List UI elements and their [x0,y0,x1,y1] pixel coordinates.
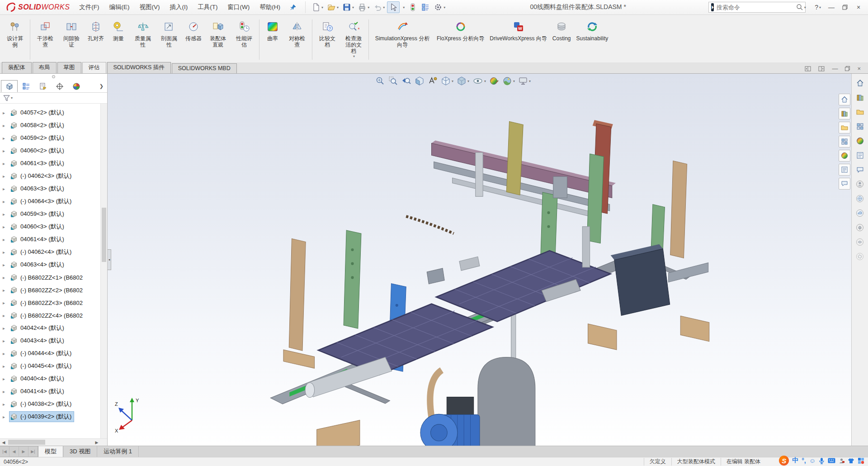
save-button[interactable]: ▾ [341,2,355,13]
tree-item[interactable]: ▸ 04043<4> (默认) [0,334,107,347]
expand-arrow-icon[interactable]: ▸ [3,364,9,369]
expand-arrow-icon[interactable]: ▸ [3,123,9,128]
measure-button[interactable]: 测量 [107,18,130,62]
command-tab[interactable]: SOLIDWORKS MBD [172,63,237,73]
apply-scene-icon[interactable]: ▾ [501,75,516,87]
command-tab[interactable]: SOLIDWORKS 插件 [107,62,171,73]
tab-feature-manager-tree[interactable] [1,80,18,92]
user-circle-icon[interactable] [854,179,865,190]
mode-tab[interactable]: 3D 视图 [63,446,97,457]
file-explorer-icon[interactable] [839,122,850,133]
last-tab-button[interactable]: ▶| [28,446,38,457]
model-drive-unit[interactable] [611,244,708,316]
simulationxpress-button[interactable]: SimulationXpress 分析向导 [371,18,434,62]
settings-circle-icon[interactable] [854,251,865,262]
design-library-icon[interactable] [854,92,865,103]
expand-arrow-icon[interactable]: ▸ [3,300,9,305]
mode-tab[interactable]: 运动算例 1 [97,446,139,457]
print-button[interactable]: ▾ [356,2,371,13]
menu-item[interactable]: 帮助(H) [255,1,285,13]
expand-arrow-icon[interactable]: ▸ [3,389,9,394]
tab-dimxpert-manager[interactable] [51,80,68,92]
expand-arrow-icon[interactable]: ▸ [3,376,9,381]
home-icon[interactable] [854,77,865,88]
scroll-left-arrow[interactable]: ◀ [0,440,7,445]
floxpress-button[interactable]: FloXpress 分析向导 [434,18,487,62]
panel-tabs-overflow-chevron[interactable]: ❯ [96,80,107,92]
expand-arrow-icon[interactable]: ▸ [3,414,9,419]
display-style-icon[interactable]: ▾ [456,75,470,87]
section-view-icon[interactable] [414,75,425,87]
curvature-button[interactable]: 曲率 [261,18,284,62]
view-palette-icon[interactable] [839,136,850,147]
rebuild-button[interactable] [407,2,419,13]
home-icon[interactable] [839,94,850,105]
tree-item[interactable]: ▸ 04060<2> (默认) [0,144,107,157]
first-tab-button[interactable]: |◀ [0,446,9,457]
panel-splitter-handle[interactable] [0,74,107,79]
options-button[interactable]: ▾ [432,2,447,13]
expand-arrow-icon[interactable]: ▸ [3,110,9,115]
tree-item[interactable]: ▸ (-) 04062<3> (默认) [0,170,107,182]
hide-show-items-icon[interactable]: ▾ [472,75,487,87]
toolbox-icon[interactable] [858,457,864,464]
microphone-icon[interactable] [819,457,825,464]
tree-vertical-scrollbar[interactable] [100,104,107,438]
window-minimize-button[interactable]: — [825,4,838,11]
driveworksxpress-button[interactable]: W DriveWorksXpress 向导 [487,18,549,62]
document-close-icon[interactable]: × [857,65,861,72]
tree-item[interactable]: ▸ (-) B6802ZZ<2> (B6802 [0,284,107,296]
open-button[interactable]: ▾ [326,2,340,13]
symmetry-check-button[interactable]: 对称检查 [284,18,310,62]
expand-arrow-icon[interactable]: ▸ [3,313,9,318]
check-active-document-button[interactable]: * 检查激活的文档 ▾ [340,18,367,62]
costing-button[interactable]: Costing [550,18,574,62]
file-properties-button[interactable] [420,2,431,13]
tree-item[interactable]: ▸ 04057<2> (默认) [0,106,107,119]
panel-collapse-handle[interactable]: ◂ [108,249,111,270]
interference-check-button[interactable]: 干涉检查 [32,18,58,62]
view-settings-icon[interactable]: ▾ [517,75,532,87]
hole-alignment-button[interactable]: 孔对齐 [85,18,107,62]
tree-item[interactable]: ▸ 04058<2> (默认) [0,119,107,132]
expand-arrow-icon[interactable]: ▸ [3,326,9,331]
scroll-right-arrow[interactable]: ▶ [93,440,100,445]
compare-documents-button[interactable]: ? 比较文档 [314,18,340,62]
tree-item[interactable]: ▸ 04042<4> (默认) [0,322,107,334]
document-minimize-icon[interactable]: — [832,65,838,72]
filter-icon[interactable]: ▾ [3,95,13,101]
emoji-icon[interactable]: ☺ [809,457,816,464]
view-orientation-icon[interactable]: ▾ [440,75,454,87]
tree-scrollbar-thumb[interactable] [102,208,106,262]
tree-item[interactable]: ▸ (-) B6802ZZ<1> (B6802 [0,271,107,284]
sustainability-button[interactable]: Sustainability [574,18,611,62]
window-close-button[interactable]: × [852,4,865,11]
menu-item[interactable]: 视图(V) [135,1,165,13]
skin-icon[interactable] [848,458,854,464]
design-study-button[interactable]: 设计算例 [2,18,28,62]
menu-item[interactable]: 工具(T) [193,1,222,13]
layers-circle-icon[interactable] [854,237,865,247]
zoom-to-fit-icon[interactable] [374,75,386,87]
keyboard-icon[interactable] [828,458,835,463]
undo-button[interactable]: ▾ [372,2,386,13]
edit-appearance-icon[interactable] [488,75,500,87]
sensor-button[interactable]: 传感器 [182,18,205,62]
command-search-box[interactable]: ⏵ ▾ [708,2,806,13]
sogou-logo-icon[interactable]: S [779,456,789,466]
expand-arrow-icon[interactable]: ▸ [3,199,9,204]
search-magnifier-icon[interactable] [796,4,803,11]
expand-arrow-icon[interactable]: ▸ [3,136,9,141]
graphics-viewport[interactable]: ◂ ▾ ▾ ▾ ▾ ▾ [108,74,851,446]
tree-item[interactable]: ▸ (-) B6802ZZ<4> (B6802 [0,309,107,322]
assembly-model[interactable] [108,74,851,446]
bell-circle-icon[interactable] [854,222,865,233]
expand-arrow-icon[interactable]: ▸ [3,161,9,166]
document-restore-icon[interactable] [845,66,850,71]
previous-view-icon[interactable] [401,75,412,87]
expand-arrow-icon[interactable]: ▸ [3,288,9,293]
tree-item[interactable]: ▸ (-) 04064<3> (默认) [0,195,107,208]
forum-icon[interactable] [839,178,850,190]
prev-tab-button[interactable]: ◀ [9,446,19,457]
tree-item[interactable]: ▸ 04060<3> (默认) [0,220,107,233]
